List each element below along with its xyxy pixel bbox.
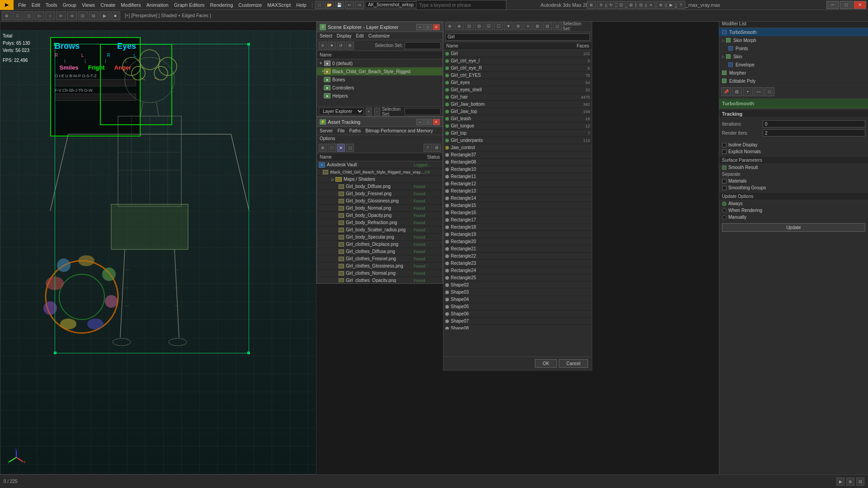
menu-customize[interactable]: Customize: [236, 1, 264, 9]
search-input-top[interactable]: [416, 0, 506, 10]
isoline-checkbox[interactable]: [722, 143, 726, 147]
ssp-icon-9[interactable]: ≡: [524, 22, 533, 30]
menu-tools[interactable]: Tools: [43, 1, 60, 9]
ssp-icon-5[interactable]: ☑: [485, 22, 494, 30]
ssp-item-23[interactable]: Rectangle17: [443, 216, 592, 224]
menu-views[interactable]: Views: [79, 1, 98, 9]
ssp-ok-btn[interactable]: OK: [535, 359, 557, 368]
at-tb-2[interactable]: □: [328, 144, 336, 152]
ssp-item-12[interactable]: Girl_underpants115: [443, 137, 592, 144]
ssp-search-input[interactable]: [445, 33, 590, 41]
ssp-item-34[interactable]: Shape04: [443, 296, 592, 303]
ssp-item-7[interactable]: Girl_Jaw_bottom342: [443, 101, 592, 108]
menu-help[interactable]: Help: [293, 1, 309, 9]
se-menu-select[interactable]: Select: [320, 33, 332, 38]
ssp-item-3[interactable]: Girl_ctrl_EYES75: [443, 72, 592, 79]
ssp-icon-2[interactable]: ⊕: [455, 22, 464, 30]
se-menu-edit[interactable]: Edit: [356, 33, 364, 38]
ssp-item-21[interactable]: Rectangle15: [443, 202, 592, 209]
menu-edit[interactable]: Edit: [29, 1, 43, 9]
at-item-tex-9[interactable]: Girl_clothes_Dicplace.png Found: [317, 241, 443, 248]
at-item-tex-7[interactable]: Girl_body_Scatter_radius.png Found: [317, 226, 443, 234]
menu-graph[interactable]: Graph Editors: [171, 1, 208, 9]
ssp-item-18[interactable]: Rectangle12: [443, 180, 592, 188]
ssp-item-4[interactable]: Girl_eyes54: [443, 79, 592, 86]
tb-icon-redo[interactable]: ↪: [355, 1, 364, 9]
at-item-tex-14[interactable]: Girl_clothes_Opacity.png Found: [317, 277, 443, 282]
tb2-icon-6[interactable]: ⊳: [56, 11, 66, 20]
at-item-maps-folder[interactable]: ▷ Maps / Shaders: [317, 176, 443, 183]
ssp-item-9[interactable]: Girl_leash16: [443, 115, 592, 122]
at-item-tex-12[interactable]: Girl_clothes_Glossiness.png Found: [317, 263, 443, 270]
menu-file[interactable]: File: [15, 1, 29, 9]
se-sel-input-2[interactable]: [405, 108, 441, 115]
at-item-vault[interactable]: A Autodesk Vault Logged...: [317, 161, 443, 169]
ssp-item-20[interactable]: Rectangle14: [443, 195, 592, 202]
ssp-item-13[interactable]: Jaw_control: [443, 144, 592, 151]
ssp-item-24[interactable]: Rectangle18: [443, 224, 592, 231]
tb2-icon-2[interactable]: □: [13, 11, 23, 20]
se-selection-input[interactable]: [405, 42, 441, 49]
win-close[interactable]: ✕: [854, 1, 866, 9]
tb2-play[interactable]: ▶: [99, 11, 109, 20]
tb-move-icon[interactable]: ✛: [597, 1, 606, 9]
mp-iterations-value[interactable]: 0: [763, 120, 865, 127]
mod-mesh-icon[interactable]: ⊟: [732, 87, 742, 96]
at-help[interactable]: ?: [424, 144, 432, 152]
mod-morpher[interactable]: Morpher: [719, 69, 868, 77]
when-rendering-radio[interactable]: [722, 208, 726, 213]
menu-animation[interactable]: Animation: [144, 1, 171, 9]
ssp-item-32[interactable]: Shape02: [443, 282, 592, 289]
mod-edge-icon[interactable]: —: [754, 87, 764, 96]
ssp-icon-6[interactable]: ☐: [494, 22, 503, 30]
at-item-tex-8[interactable]: Girl_body_Specular.png Found: [317, 234, 443, 241]
tb-rotate-icon[interactable]: ↻: [607, 1, 616, 9]
ssp-item-36[interactable]: Shape06: [443, 310, 592, 318]
ssp-item-30[interactable]: Rectangle24: [443, 267, 592, 274]
ssp-item-35[interactable]: Shape05: [443, 303, 592, 310]
tb-icon-open[interactable]: 📂: [325, 1, 334, 9]
at-tb-3[interactable]: ■: [337, 144, 345, 152]
se-tb-filter[interactable]: ▼: [328, 42, 336, 50]
se-dropdown[interactable]: Layer Explorer: [319, 108, 364, 115]
at-menu-paths[interactable]: Paths: [349, 128, 361, 133]
ssp-item-6[interactable]: Girl_hair4475: [443, 94, 592, 101]
menu-rendering[interactable]: Rendering: [208, 1, 236, 9]
ssp-item-10[interactable]: Girl_tongue12: [443, 122, 592, 130]
ssp-icon-4[interactable]: ⊟: [475, 22, 484, 30]
tb-render-icon[interactable]: ▶: [666, 1, 675, 9]
se-minimize[interactable]: ─: [416, 24, 424, 30]
ssp-icon-1[interactable]: ⊕: [445, 22, 454, 30]
viewport[interactable]: Total Polys: 65 130 Verts: 56 023 FPS: 2…: [0, 22, 316, 474]
win-maximize[interactable]: □: [840, 1, 853, 9]
se-item-beach[interactable]: ▼ ■ Black_Child_Girl_Beach_Style_Rigged: [317, 67, 443, 75]
se-item-default[interactable]: ▼ ■ 0 (default): [317, 59, 443, 67]
at-item-tex-2[interactable]: Girl_body_Fresnel.png Found: [317, 190, 443, 197]
mod-skinmorph[interactable]: ▷ Skin Morph: [719, 36, 868, 44]
win-minimize[interactable]: ─: [826, 1, 839, 9]
ssp-item-5[interactable]: Girl_eyes_shell32: [443, 86, 592, 94]
mod-editpoly[interactable]: Editable Poly: [719, 77, 868, 85]
mod-turbsmooth[interactable]: TurboSmooth: [719, 28, 868, 36]
materials-checkbox[interactable]: [722, 179, 726, 183]
ssp-item-33[interactable]: Shape03: [443, 289, 592, 296]
se-remove-icon[interactable]: -: [374, 108, 380, 116]
at-settings[interactable]: ⚙: [433, 144, 441, 152]
status-icon-3[interactable]: ⊟: [856, 478, 864, 486]
se-tb-settings[interactable]: ⚙: [346, 42, 354, 50]
tb-help-icon[interactable]: ?: [676, 1, 685, 9]
ssp-item-17[interactable]: Rectangle11: [443, 173, 592, 180]
at-item-tex-11[interactable]: Girl_clothes_Fresnel.png Found: [317, 255, 443, 263]
mod-envelope[interactable]: Envelope: [719, 61, 868, 69]
ssp-item-37[interactable]: Shape07: [443, 318, 592, 325]
ssp-item-0[interactable]: Girl101: [443, 50, 592, 57]
at-item-tex-5[interactable]: Girl_body_Opacity.png Found: [317, 212, 443, 219]
mod-poly-icon[interactable]: □: [764, 87, 774, 96]
update-button[interactable]: Update: [722, 223, 865, 232]
mod-points[interactable]: Points: [719, 44, 868, 52]
ssp-icon-3[interactable]: ⊡: [465, 22, 474, 30]
tb2-icon-9[interactable]: ⊟: [89, 11, 99, 20]
tb2-icon-4[interactable]: ▷: [34, 11, 44, 20]
ssp-item-11[interactable]: Girl_top7: [443, 130, 592, 137]
ssp-icon-12[interactable]: ◻: [553, 22, 562, 30]
